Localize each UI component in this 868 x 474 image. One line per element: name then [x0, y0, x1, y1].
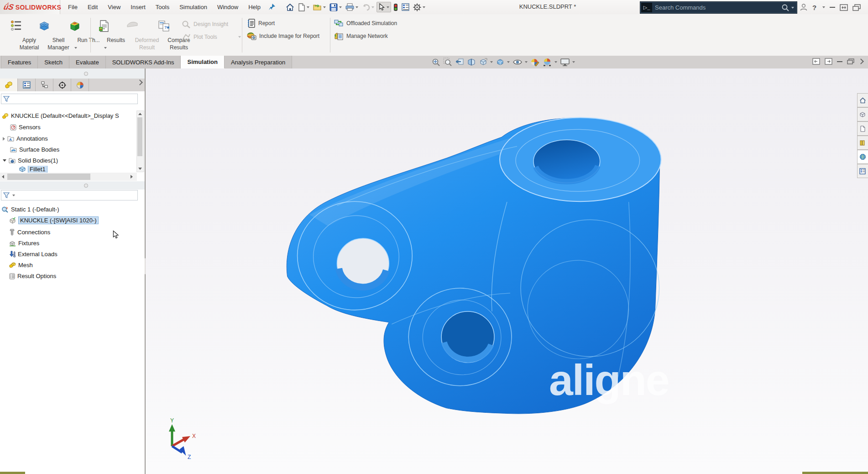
display-style-button[interactable] — [495, 57, 510, 67]
taskpane-library-tab[interactable] — [857, 136, 868, 150]
minimize-button[interactable] — [830, 7, 835, 8]
menu-window[interactable]: Window — [212, 4, 243, 11]
restore-width-icon[interactable] — [840, 4, 848, 11]
knuckle-3d-model[interactable] — [146, 68, 868, 474]
print-dropdown-arrow[interactable] — [356, 6, 358, 8]
results-dropdown[interactable] — [104, 47, 107, 49]
scroll-right-arrow[interactable] — [131, 175, 133, 179]
search-dropdown-arrow[interactable] — [791, 7, 794, 9]
taskpane-online-resources-tab[interactable] — [857, 150, 868, 164]
zoom-to-area-button[interactable] — [443, 57, 453, 67]
sim-tree-connections[interactable]: Connections — [9, 227, 144, 237]
save-dropdown-arrow[interactable] — [339, 6, 342, 8]
menu-insert[interactable]: Insert — [125, 4, 151, 11]
scroll-down-arrow[interactable] — [138, 168, 142, 170]
menu-edit[interactable]: Edit — [83, 4, 103, 11]
graphics-viewport[interactable]: Y X Z aligne — [146, 68, 868, 474]
report-button[interactable]: Report — [246, 18, 275, 29]
expand-toolbar-chevron[interactable] — [858, 58, 864, 64]
sim-tree-material[interactable]: KNUCKLE (-[SW]AISI 1020-) — [9, 215, 144, 226]
interference-check-button[interactable] — [392, 2, 399, 12]
open-button[interactable] — [312, 2, 327, 12]
tree-item-annotations[interactable]: A Annotations — [3, 133, 138, 144]
options-dropdown-arrow[interactable] — [423, 6, 425, 8]
include-image-button[interactable]: Include Image for Report — [246, 31, 319, 42]
menu-tools[interactable]: Tools — [151, 4, 174, 11]
apply-scene-dropdown[interactable] — [554, 61, 557, 63]
run-study-button[interactable]: Run Th... — [60, 16, 89, 54]
menu-file[interactable]: File — [63, 4, 83, 11]
feature-tree-filter[interactable] — [1, 94, 138, 104]
hscroll-thumb[interactable] — [7, 174, 90, 180]
feature-tree-root[interactable]: KNUCKLE (Default<<Default>_Display S — [2, 111, 137, 121]
collapse-left-pane-icon[interactable] — [812, 58, 820, 65]
help-button[interactable]: ? — [812, 4, 816, 11]
taskpane-custom-properties-tab[interactable] — [857, 164, 868, 178]
search-scope-icon[interactable]: ▷_ — [641, 3, 652, 12]
select-dropdown-arrow[interactable] — [387, 6, 389, 8]
plot-tools-dropdown[interactable] — [238, 36, 241, 38]
view-settings-dropdown[interactable] — [572, 61, 575, 63]
offloaded-simulation-button[interactable]: Offloaded Simulation — [334, 18, 397, 29]
doc-restore-button[interactable] — [847, 58, 854, 65]
collapse-right-pane-icon[interactable] — [825, 58, 832, 65]
tab-display-manager[interactable] — [71, 79, 89, 91]
sim-tree-fixtures[interactable]: Fixtures — [9, 238, 144, 248]
tab-dimxpert-manager[interactable] — [53, 79, 71, 91]
undo-button[interactable] — [361, 3, 376, 12]
vscroll-thumb[interactable] — [137, 117, 142, 156]
hide-show-dropdown[interactable] — [525, 61, 528, 63]
manage-network-button[interactable]: Manage Network — [334, 31, 388, 42]
view-settings-button[interactable] — [559, 57, 575, 67]
restore-window-icon[interactable] — [852, 4, 861, 11]
plot-tools-button[interactable]: Plot Tools — [182, 32, 241, 42]
filter-dropdown-arrow[interactable] — [12, 195, 15, 196]
tab-featuremanager-tree[interactable] — [0, 79, 18, 91]
sim-tree-study[interactable]: Static 1 (-Default-) — [1, 204, 136, 215]
tab-analysis-preparation[interactable]: Analysis Preparation — [225, 56, 292, 68]
tab-features[interactable]: Features — [1, 56, 38, 68]
options-button[interactable] — [412, 2, 427, 12]
search-icon[interactable] — [781, 4, 790, 12]
tree-item-sensors[interactable]: Sensors — [10, 122, 145, 132]
open-dropdown-arrow[interactable] — [323, 6, 326, 8]
sim-tree-external-loads[interactable]: External Loads — [9, 249, 144, 259]
design-insight-button[interactable]: Design Insight — [182, 19, 228, 30]
deformed-result-button[interactable]: Deformed Result — [118, 16, 147, 54]
user-account-icon[interactable] — [800, 3, 808, 11]
tab-solidworks-add-ins[interactable]: SOLIDWORKS Add-Ins — [106, 56, 181, 68]
menu-simulation[interactable]: Simulation — [174, 4, 212, 11]
save-button[interactable] — [328, 2, 343, 12]
scroll-up-arrow[interactable] — [138, 113, 142, 115]
section-view-button[interactable] — [466, 57, 476, 67]
compare-results-button[interactable]: ?■ Compare Results — [149, 16, 179, 54]
apply-scene-button[interactable] — [542, 57, 558, 67]
tab-sketch[interactable]: Sketch — [38, 56, 69, 68]
feature-tree-vscrollbar[interactable] — [136, 111, 144, 172]
collapse-arrow-icon[interactable] — [3, 159, 6, 162]
previous-view-button[interactable] — [455, 57, 465, 67]
shell-manager-button[interactable]: Shell Manager — [30, 16, 58, 54]
edit-appearance-button[interactable] — [530, 57, 540, 67]
apply-material-button[interactable]: Apply Material — [3, 16, 29, 54]
expand-arrow-icon[interactable] — [3, 137, 5, 141]
panel-splitter-top[interactable] — [0, 68, 145, 79]
hide-show-items-button[interactable] — [512, 57, 528, 67]
home-button[interactable] — [284, 2, 296, 12]
sim-tree-mesh[interactable]: Mesh — [9, 260, 144, 270]
splitter-handle-dot[interactable] — [84, 72, 88, 76]
tab-property-manager[interactable] — [18, 79, 36, 91]
tab-simulation[interactable]: Simulation — [181, 56, 224, 68]
search-input[interactable] — [652, 4, 781, 11]
run-study-dropdown[interactable] — [74, 47, 77, 49]
tab-evaluate[interactable]: Evaluate — [69, 56, 106, 68]
tree-item-surface-bodies[interactable]: Surface Bodies — [10, 144, 145, 155]
feature-tree-hscrollbar[interactable] — [0, 173, 137, 181]
scroll-left-arrow[interactable] — [2, 175, 4, 179]
view-orientation-dropdown[interactable] — [490, 61, 493, 63]
view-orientation-button[interactable] — [478, 57, 493, 67]
splitter-handle-dot[interactable] — [84, 184, 88, 188]
simulation-tree-filter[interactable] — [1, 190, 138, 200]
taskpane-3d-models-tab[interactable] — [857, 107, 868, 121]
new-document-button[interactable] — [297, 2, 311, 12]
